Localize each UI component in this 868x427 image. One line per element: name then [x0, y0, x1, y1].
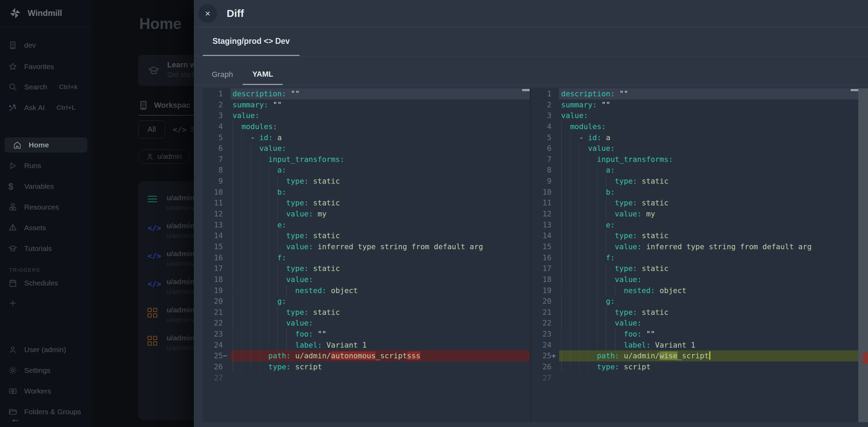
diff-marker [551, 372, 559, 384]
diff-pane-original[interactable]: 1description: ""2summary: ""3value:4modu… [203, 88, 530, 422]
list-item-title: u/admin [167, 194, 195, 202]
line-number: 2 [203, 99, 223, 110]
sidebar-item-workers[interactable]: Workers [0, 385, 92, 398]
sidebar-item-assets[interactable]: Assets [0, 221, 92, 234]
diff-marker [223, 110, 230, 121]
list-item-path: u/admin/w [167, 288, 197, 295]
sidebar-add-trigger-button[interactable] [0, 297, 92, 310]
line-number: 7 [531, 154, 551, 165]
diff-marker [223, 263, 230, 274]
diff-marker [223, 187, 230, 198]
code-line: 18value: [531, 274, 858, 285]
line-number: 9 [531, 176, 551, 187]
sidebar-item-tutorials[interactable]: Tutorials [0, 242, 92, 255]
diff-marker [223, 165, 230, 176]
workspace-tab[interactable]: Workspac [138, 100, 190, 110]
code-line: 22value: [203, 318, 530, 329]
code-line: 26type: script [531, 361, 858, 372]
diff-pane-modified[interactable]: 1description: ""2summary: ""3value:4modu… [531, 88, 858, 422]
sidebar-item-ask-ai[interactable]: Ask AI Ctrl+L [0, 101, 92, 114]
code-line: 5- id: a [531, 132, 858, 143]
diff-marker [551, 361, 559, 372]
app-icon [148, 336, 157, 346]
diff-marker [223, 197, 230, 208]
line-number: 24 [203, 340, 223, 351]
code-line: 1description: "" [203, 88, 530, 99]
diff-marker [551, 110, 559, 121]
code-line: 2summary: "" [531, 99, 858, 110]
tab-graph[interactable]: Graph [202, 64, 243, 85]
close-button[interactable]: × [198, 4, 217, 23]
code-line: 20g: [203, 296, 530, 307]
code-line: 9type: static [203, 176, 530, 187]
line-number: 1 [531, 88, 551, 99]
line-number: 9 [203, 176, 223, 187]
diff-marker [551, 241, 559, 252]
close-icon: × [205, 9, 210, 18]
learn-card-title: Learn wi [167, 60, 198, 69]
sidebar-item-variables[interactable]: $ Variables [0, 180, 92, 193]
diff-marker [223, 88, 230, 99]
sidebar-item-resources[interactable]: Resources [0, 201, 92, 214]
sidebar-item-label: Folders & Groups [24, 408, 81, 416]
collapse-sidebar-arrow-icon[interactable]: ← [10, 413, 21, 425]
graduation-cap-icon [148, 65, 160, 76]
diff-marker [551, 285, 559, 296]
diff-marker [223, 132, 230, 143]
line-number: 5 [531, 132, 551, 143]
code-line: 10b: [531, 187, 858, 198]
brand-name: Windmill [28, 8, 62, 18]
tab-yaml[interactable]: YAML [243, 64, 283, 85]
line-number: 20 [531, 296, 551, 307]
line-number: 27 [203, 372, 223, 384]
sidebar-item-label: dev [24, 41, 36, 49]
sidebar-item-settings[interactable]: Settings [0, 364, 92, 377]
line-number: 24 [531, 340, 551, 351]
code-line: 9type: static [531, 176, 858, 187]
diff-marker [551, 165, 559, 176]
list-item-title: u/admin [167, 306, 195, 314]
sidebar-item-favorites[interactable]: Favorites [0, 60, 92, 73]
diff-marker [551, 208, 559, 220]
sidebar-item-user[interactable]: User (admin) [0, 343, 92, 356]
code-line: 18value: [203, 274, 530, 285]
sidebar-item-schedules[interactable]: Schedules [0, 276, 92, 290]
code-line: 4modules: [203, 121, 530, 132]
sidebar-item-label: Workers [24, 387, 51, 395]
line-number: 5 [203, 132, 223, 143]
code-line: 27 [203, 372, 530, 384]
line-number: 16 [203, 252, 223, 263]
diff-marker [223, 121, 230, 132]
sidebar-item-search[interactable]: Search Ctrl+k [0, 80, 92, 94]
tab-staging-prod-dev[interactable]: Staging/prod <> Dev [203, 27, 300, 56]
line-number: 19 [203, 285, 223, 296]
sidebar-item-runs[interactable]: Runs [0, 159, 92, 172]
diff-marker [551, 340, 559, 351]
sidebar-item-home[interactable]: Home [4, 137, 87, 153]
diff-marker [223, 252, 230, 263]
line-number: 2 [531, 99, 551, 110]
line-number: 10 [531, 187, 551, 198]
sidebar-item-label: Settings [24, 366, 50, 375]
brand[interactable]: Windmill [0, 3, 92, 23]
line-number: 20 [203, 296, 223, 307]
sidebar-item-workspace[interactable]: dev [0, 39, 92, 52]
drawer-header: × Diff [194, 0, 868, 27]
line-number: 18 [203, 274, 223, 285]
line-number: 13 [203, 220, 223, 231]
building-icon [8, 41, 17, 50]
code-line: 24label: Variant 1 [531, 340, 858, 351]
script-icon: </> [148, 224, 161, 232]
owner-filter-chip[interactable]: u/admin [138, 149, 190, 164]
diff-marker [551, 187, 559, 198]
code-line: 3value: [203, 110, 530, 121]
line-number: 12 [531, 208, 551, 220]
overview-scrollbar[interactable] [858, 88, 868, 422]
code-line: 11type: static [203, 197, 530, 208]
search-icon [8, 83, 17, 91]
code-line: 17type: static [531, 263, 858, 274]
diff-marker [551, 88, 559, 99]
diff-marker [223, 318, 230, 329]
filter-all-button[interactable]: All [138, 120, 165, 138]
diff-marker [551, 230, 559, 241]
